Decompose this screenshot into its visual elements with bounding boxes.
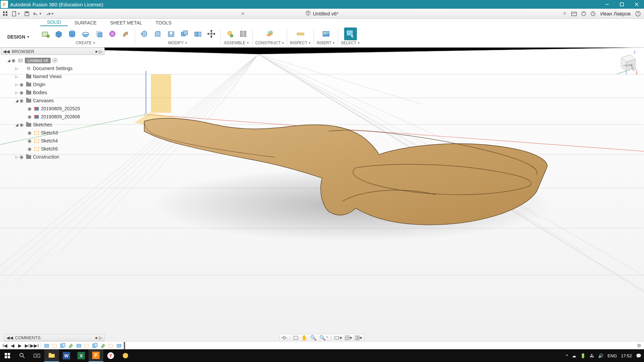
expand-arrow-icon[interactable]: ◢ — [7, 58, 11, 63]
minimize-button[interactable] — [600, 0, 614, 9]
visibility-icon[interactable]: ◉ — [19, 122, 24, 127]
tool-plane[interactable] — [263, 27, 276, 40]
tool-revolve[interactable] — [79, 27, 92, 40]
save-button[interactable] — [23, 10, 31, 18]
visibility-icon[interactable]: ◉ — [19, 82, 24, 87]
undo-button[interactable]: ▼ — [32, 10, 43, 18]
group-construct-label[interactable]: CONSTRUCT▼ — [255, 40, 284, 45]
comments-settings-icon[interactable]: ● — [95, 335, 98, 340]
comments-collapse-icon[interactable]: ▷ — [99, 335, 102, 340]
group-assemble-label[interactable]: ASSEMBLE▼ — [224, 40, 249, 45]
tree-named-views[interactable]: ▷Named Views — [1, 72, 105, 80]
tree-sketch3[interactable]: ◉Sketch3 — [1, 129, 105, 137]
taskbar-explorer[interactable] — [44, 349, 59, 362]
tab-sheetmetal[interactable]: SHEET METAL — [103, 19, 149, 26]
visibility-icon[interactable]: ◉ — [27, 146, 32, 152]
browser-header[interactable]: ◀◀ BROWSER ●▷ — [1, 48, 105, 55]
tool-rib[interactable] — [119, 27, 132, 40]
timeline-forward-button[interactable]: ▶I — [24, 343, 30, 349]
task-view-button[interactable] — [30, 349, 44, 362]
new-design-button[interactable]: + — [560, 9, 570, 18]
tool-sketch[interactable]: + — [39, 27, 52, 40]
tab-close-button[interactable]: ✕ — [241, 11, 245, 16]
tool-draft[interactable] — [192, 27, 204, 40]
timeline-feature[interactable] — [59, 342, 66, 349]
timeline-end-button[interactable]: ▶▶I — [32, 343, 38, 349]
taskbar-excel[interactable]: X — [74, 349, 89, 362]
taskbar-yandex[interactable]: Y — [103, 349, 118, 362]
tool-loft[interactable] — [106, 27, 119, 40]
timeline-feature[interactable] — [108, 342, 114, 349]
tool-fillet[interactable] — [151, 27, 164, 40]
tray-notifications-icon[interactable]: 💬 — [636, 353, 641, 358]
timeline-settings-button[interactable]: ⚙ — [637, 343, 641, 348]
tree-canvases[interactable]: ◢◉Canvases — [1, 97, 105, 105]
tree-canvas-1[interactable]: ◉20190809_202525 — [1, 105, 105, 113]
comments-panel-header[interactable]: ◀◀ COMMENTS ●▷ — [4, 334, 105, 341]
close-button[interactable] — [629, 0, 644, 9]
tray-volume-icon[interactable]: 🔊 — [598, 353, 603, 358]
tray-battery-icon[interactable]: 🔋 — [580, 353, 586, 358]
tab-surface[interactable]: SURFACE — [68, 19, 103, 26]
group-insert-label[interactable]: INSERT▼ — [317, 40, 335, 45]
tree-canvas-2[interactable]: ◉20190809_202606 — [1, 113, 105, 121]
user-name[interactable]: Иван Лавров — [600, 11, 631, 16]
tool-combine[interactable] — [178, 27, 191, 40]
workspace-switcher[interactable]: DESIGN▼ — [0, 26, 37, 47]
file-menu-button[interactable]: ▼ — [11, 10, 21, 18]
tool-box[interactable] — [52, 27, 65, 40]
orbit-button[interactable]: ⟲· — [282, 335, 287, 341]
search-button[interactable] — [15, 349, 30, 362]
tray-clock[interactable]: 17:52 — [621, 353, 632, 358]
document-tab[interactable]: Untitled v6* — [306, 10, 339, 17]
tree-sketch5[interactable]: ◉Sketch5 — [1, 145, 105, 153]
timeline-feature[interactable] — [75, 342, 82, 349]
look-at-button[interactable] — [293, 336, 299, 340]
tree-document-settings[interactable]: ▷⚙Document Settings — [1, 64, 105, 72]
taskbar-word[interactable]: W — [59, 349, 74, 362]
timeline-feature[interactable] — [100, 342, 106, 349]
tool-joint[interactable] — [237, 27, 250, 40]
tab-solid[interactable]: SOLID — [40, 19, 68, 26]
tool-measure[interactable] — [294, 27, 307, 40]
grid-settings-button[interactable]: ▾ — [345, 335, 352, 341]
timeline-feature[interactable] — [67, 342, 74, 349]
pan-button[interactable]: ✋ — [301, 335, 308, 341]
timeline-feature[interactable] — [84, 342, 90, 349]
help-button[interactable]: ? — [633, 9, 643, 18]
tray-expand-icon[interactable]: ^ — [566, 353, 568, 358]
timeline-play-button[interactable]: ▶ — [17, 343, 23, 349]
tab-tools[interactable]: TOOLS — [149, 19, 178, 26]
tree-sketches[interactable]: ◢◉Sketches — [1, 121, 105, 129]
timeline-start-button[interactable]: I◀ — [2, 343, 8, 349]
tool-shell[interactable] — [165, 27, 177, 40]
tool-presspull[interactable] — [138, 27, 151, 40]
job-status-icon[interactable] — [579, 9, 588, 18]
timeline-feature[interactable] — [51, 342, 58, 349]
visibility-icon[interactable]: ◉ — [27, 138, 32, 143]
tray-cloud-icon[interactable]: ☁ — [572, 353, 576, 358]
taskbar-fusion[interactable]: F — [89, 349, 103, 362]
browser-collapse-icon[interactable]: ▷ — [99, 49, 102, 54]
timeline-feature[interactable] — [116, 342, 122, 349]
view-cube[interactable]: Z FRONT RIGHT X — [614, 50, 638, 77]
tree-origin[interactable]: ▷◉Origin — [1, 80, 105, 88]
taskbar-app[interactable] — [118, 349, 133, 362]
visibility-icon[interactable]: ◉ — [11, 58, 16, 63]
visibility-icon[interactable]: ◉ — [19, 90, 24, 95]
visibility-icon[interactable]: ◉ — [19, 154, 24, 160]
viewport-settings-button[interactable]: ▾ — [355, 335, 362, 341]
display-settings-button[interactable]: ▾ — [334, 335, 342, 341]
browser-settings-dot-icon[interactable]: ● — [95, 49, 98, 54]
group-select-label[interactable]: SELECT▼ — [341, 40, 360, 45]
maximize-button[interactable] — [614, 0, 629, 9]
group-inspect-label[interactable]: INSPECT▼ — [290, 40, 311, 45]
visibility-icon[interactable]: ◉ — [19, 98, 24, 103]
redo-button[interactable]: ▼ — [44, 10, 55, 18]
tray-language[interactable]: ENG — [607, 353, 617, 358]
notifications-icon[interactable] — [588, 9, 598, 18]
tool-sweep[interactable] — [93, 27, 105, 40]
fit-button[interactable]: 🔍⁺ — [319, 335, 328, 341]
tray-network-icon[interactable]: 🖧 — [590, 353, 594, 358]
tree-root[interactable]: ◢ ◉ Untitled v6 — [1, 56, 105, 64]
